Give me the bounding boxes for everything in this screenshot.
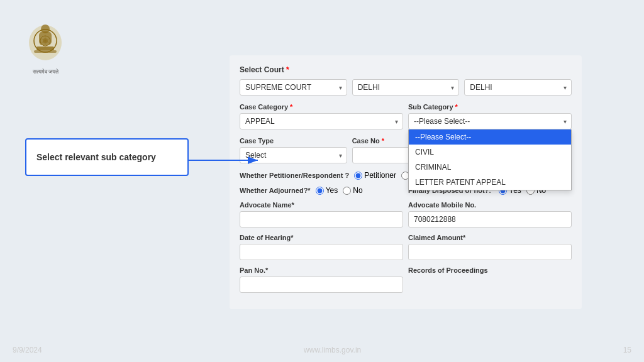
svg-point-4 — [41, 25, 50, 33]
tooltip-text: Select relevant sub category — [36, 152, 156, 162]
court-select[interactable]: SUPREME COURT — [240, 79, 347, 96]
dropdown-item-letter-patent[interactable]: LETTER PATENT APPEAL — [409, 175, 571, 190]
court-select-wrapper: SUPREME COURT — [240, 79, 347, 96]
adjourned-no-text: No — [353, 186, 362, 195]
sub-category-dropdown-container: --Please Select-- --Please Select-- CIVI… — [408, 113, 572, 129]
petitioner-text: Petitioner — [364, 171, 396, 180]
advocate-name-label: Advocate Name* — [240, 201, 403, 209]
records-label: Records of Proceedings — [408, 266, 572, 274]
hearing-row: Date of Hearing* Claimed Amount* — [240, 234, 572, 260]
case-type-label: Case Type — [240, 137, 347, 145]
court-field: SUPREME COURT — [240, 79, 347, 96]
hearing-date-col: Date of Hearing* — [240, 234, 403, 260]
advocate-name-col: Advocate Name* — [240, 201, 403, 228]
case-category-label: Case Category * — [240, 103, 403, 111]
state-field: DELHI — [352, 79, 460, 96]
svg-rect-6 — [34, 50, 57, 53]
advocate-mobile-col: Advocate Mobile No. — [408, 201, 572, 228]
case-category-select[interactable]: APPEAL — [240, 113, 403, 129]
footer-website: www.limbs.gov.in — [304, 346, 361, 354]
sub-category-select-wrapper: --Please Select-- — [408, 113, 572, 129]
pan-row: Pan No.* Records of Proceedings — [240, 266, 572, 293]
form-card: Select Court * SUPREME COURT DELHI DELHI — [230, 55, 582, 309]
select-court-label: Select Court * — [240, 65, 572, 74]
adjourned-yes-radio[interactable] — [316, 187, 324, 195]
case-category-field: Case Category * APPEAL — [240, 103, 403, 129]
claimed-amount-label: Claimed Amount* — [408, 234, 572, 241]
adjourned-yes-label[interactable]: Yes — [316, 186, 338, 195]
advocate-name-input[interactable] — [240, 211, 403, 228]
footer-date: 9/9/2024 — [13, 346, 42, 354]
svg-rect-5 — [36, 47, 54, 50]
hearing-date-input[interactable] — [240, 244, 403, 260]
district-select-wrapper: DELHI — [464, 79, 572, 96]
state-select[interactable]: DELHI — [352, 79, 460, 96]
pan-label: Pan No.* — [240, 266, 403, 274]
pan-col: Pan No.* — [240, 266, 403, 293]
district-select[interactable]: DELHI — [464, 79, 572, 96]
category-row: Case Category * APPEAL Sub Category * --… — [240, 103, 572, 129]
sub-category-dropdown: --Please Select-- CIVIL CRIMINAL LETTER … — [408, 129, 572, 190]
footer-page: 15 — [623, 346, 631, 354]
logo-area: सत्यमेव जयते — [25, 19, 66, 75]
advocate-mobile-label: Advocate Mobile No. — [408, 201, 572, 209]
sub-category-label: Sub Category * — [408, 103, 572, 111]
dropdown-item-please-select[interactable]: --Please Select-- — [409, 129, 571, 145]
claimed-amount-input[interactable] — [408, 244, 572, 260]
footer: 9/9/2024 www.limbs.gov.in 15 — [0, 346, 644, 354]
state-select-wrapper: DELHI — [352, 79, 460, 96]
tooltip-box: Select relevant sub category — [25, 138, 189, 176]
adjourned-label: Whether Adjourned?* — [240, 187, 311, 194]
petitioner-radio[interactable] — [354, 172, 362, 180]
adjourned-no-label[interactable]: No — [343, 186, 362, 195]
case-category-wrapper: APPEAL — [240, 113, 403, 129]
emblem-tagline: सत्यमेव जयते — [33, 69, 59, 75]
emblem-icon — [25, 19, 66, 66]
sub-category-select[interactable]: --Please Select-- — [408, 113, 572, 129]
adjourned-col: Whether Adjourned?* Yes No — [240, 186, 403, 195]
district-field: DELHI — [464, 79, 572, 96]
adjourned-yes-text: Yes — [326, 186, 338, 195]
advocate-row: Advocate Name* Advocate Mobile No. — [240, 201, 572, 228]
petitioner-label: Whether Petitioner/Respondent ? — [240, 172, 349, 179]
claimed-amount-col: Claimed Amount* — [408, 234, 572, 260]
adjourned-no-radio[interactable] — [343, 187, 351, 195]
sub-category-field: Sub Category * --Please Select-- --Pleas… — [408, 103, 572, 129]
petitioner-radio-label[interactable]: Petitioner — [354, 171, 396, 180]
court-row: SUPREME COURT DELHI DELHI — [240, 79, 572, 96]
dropdown-item-criminal[interactable]: CRIMINAL — [409, 160, 571, 175]
hearing-date-label: Date of Hearing* — [240, 234, 403, 241]
records-col: Records of Proceedings — [408, 266, 572, 293]
dropdown-item-civil[interactable]: CIVIL — [409, 145, 571, 160]
pan-input[interactable] — [240, 277, 403, 293]
advocate-mobile-input[interactable] — [408, 211, 572, 228]
arrow-indicator — [189, 151, 264, 170]
